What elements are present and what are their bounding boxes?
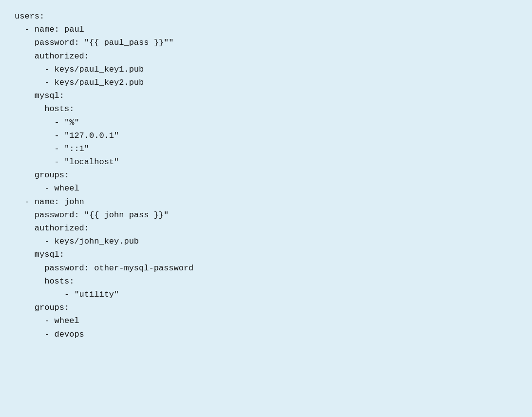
code-line: password: other-mysql-password <box>15 262 517 275</box>
code-line: authorized: <box>15 222 517 235</box>
code-line: - "%" <box>15 116 517 129</box>
code-line: - "localhost" <box>15 155 517 169</box>
code-line: groups: <box>15 301 517 314</box>
code-line: hosts: <box>15 275 517 288</box>
code-line: - "127.0.0.1" <box>15 129 517 142</box>
code-line: password: "{{ john_pass }}" <box>15 208 517 222</box>
code-line: users: <box>15 10 517 23</box>
code-line: - devops <box>15 328 517 341</box>
code-line: hosts: <box>15 102 517 115</box>
code-line: authorized: <box>15 50 517 63</box>
code-line: - keys/paul_key1.pub <box>15 63 517 76</box>
code-line: - keys/john_key.pub <box>15 235 517 248</box>
code-line: - keys/paul_key2.pub <box>15 76 517 89</box>
code-line: - "utility" <box>15 288 517 301</box>
code-line: - wheel <box>15 182 517 195</box>
code-line: password: "{{ paul_pass }}"" <box>15 36 517 49</box>
code-line: groups: <box>15 169 517 182</box>
code-line: - "::1" <box>15 142 517 155</box>
code-line: - wheel <box>15 314 517 327</box>
code-line: - name: paul <box>15 23 517 36</box>
code-line: - name: john <box>15 195 517 208</box>
code-line: mysql: <box>15 248 517 261</box>
code-line: mysql: <box>15 89 517 102</box>
code-content: users: - name: paul password: "{{ paul_p… <box>15 10 517 341</box>
